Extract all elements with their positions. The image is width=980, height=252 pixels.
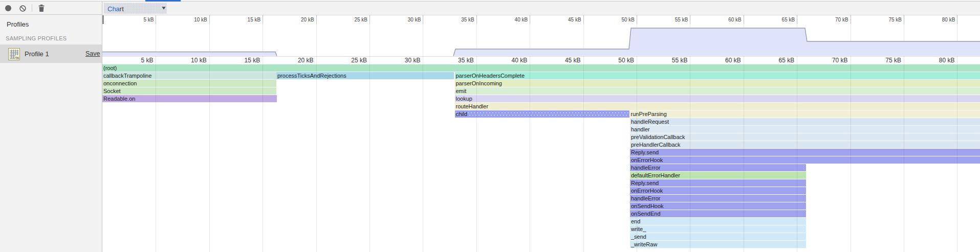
svg-text:%: % bbox=[15, 56, 19, 60]
